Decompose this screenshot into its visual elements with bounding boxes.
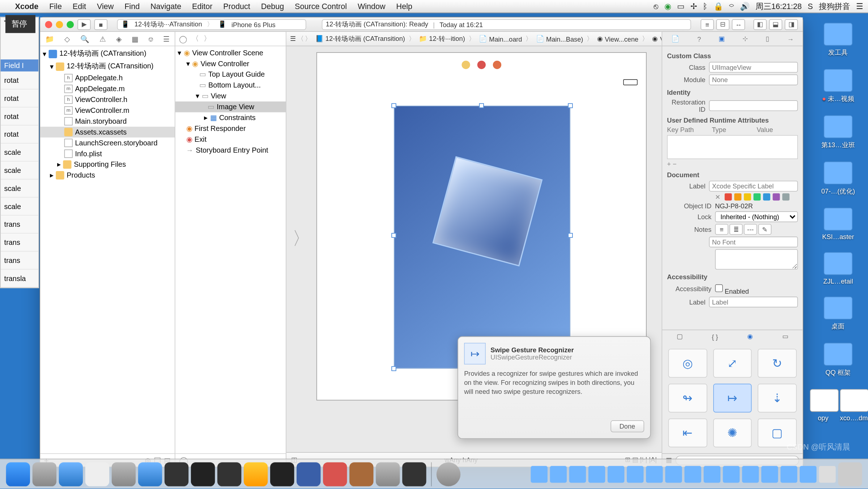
sketch-icon[interactable] [244, 462, 268, 486]
notes-tool[interactable]: --- [744, 224, 757, 235]
accessibility-checkbox[interactable] [715, 283, 723, 294]
file-item[interactable]: ViewController.h [40, 94, 175, 105]
table-row[interactable]: scale [1, 144, 39, 162]
related-icon[interactable]: ☰ [290, 35, 296, 43]
settings-icon[interactable] [165, 462, 188, 486]
attributes-inspector-icon[interactable]: ⊹ [743, 35, 748, 43]
restoration-id-input[interactable] [709, 100, 798, 111]
desktop-folder[interactable]: QQ 框架 [820, 343, 856, 377]
dock-tile[interactable] [723, 465, 740, 482]
menu-view[interactable]: View [92, 2, 119, 11]
done-button[interactable]: Done [610, 420, 644, 432]
toggle-debug-button[interactable]: ⬓ [769, 19, 782, 30]
outline-tree[interactable]: ▾◉View Controller Scene ▾◉View Controlle… [175, 46, 286, 453]
table-row[interactable]: rotat [1, 72, 39, 90]
group-folder[interactable]: ▾12-转场动画 (CATransition) [40, 60, 175, 73]
code-snippet-icon[interactable]: { } [712, 333, 718, 340]
fwd-icon[interactable]: 〉 [204, 34, 211, 44]
desktop-file[interactable]: opy [810, 389, 836, 422]
menu-edit[interactable]: Edit [67, 2, 92, 11]
pause-button[interactable]: 暂停 [5, 15, 35, 33]
library-tabs[interactable]: ▢ { } ◉ ▭ [662, 329, 803, 343]
scene-row[interactable]: ▾◉View Controller Scene [175, 47, 286, 58]
uiimageview-element[interactable] [394, 106, 570, 369]
menu-navigate[interactable]: Navigate [145, 2, 187, 11]
file-template-icon[interactable]: ▢ [677, 333, 683, 341]
constraints-row[interactable]: ▸▦Constraints [175, 112, 286, 123]
dock-tile[interactable] [646, 465, 663, 482]
menu-find[interactable]: Find [119, 2, 145, 11]
traffic-lights[interactable] [45, 21, 74, 28]
dock-tile[interactable] [800, 465, 816, 482]
desktop-folder[interactable]: 第13…业班 [820, 115, 856, 150]
menu-debug[interactable]: Debug [256, 2, 289, 11]
scheme-selector[interactable]: 📱 12-转场动···ATransition 〉 📱 iPhone 6s Plu… [117, 19, 306, 30]
swipe-gesture-icon[interactable]: ↦ [713, 384, 752, 413]
acc-label-input[interactable] [709, 297, 798, 307]
desktop-folder[interactable]: KSI…aster [820, 208, 856, 240]
table-row[interactable]: scale [1, 179, 39, 197]
desktop-folder[interactable]: 发工具 [820, 23, 856, 57]
menu-editor[interactable]: Editor [187, 2, 218, 11]
object-library-grid[interactable]: ◎ ⤢ ↻ ↬ ↦ ⇣ ⇤ ✺ ▢ [662, 343, 803, 453]
entry-row[interactable]: →Storyboard Entry Point [175, 145, 286, 156]
doc-label-input[interactable] [709, 181, 798, 192]
imageview-row[interactable]: ▭Image View [175, 102, 286, 112]
finder-icon[interactable] [6, 462, 30, 486]
layout-guide-row[interactable]: ▭Top Layout Guide [175, 69, 286, 80]
toggle-inspector-button[interactable]: ◨ [785, 19, 798, 30]
menu-product[interactable]: Product [218, 2, 255, 11]
mouse-icon[interactable] [85, 462, 109, 486]
xcode-icon[interactable] [138, 462, 162, 486]
table-row[interactable]: transla [1, 269, 39, 288]
view-row[interactable]: ▾▭View [175, 91, 286, 102]
color-swatches[interactable]: ✕ [715, 194, 790, 201]
notes-tool[interactable]: ≣ [729, 224, 743, 235]
app-icon[interactable] [376, 462, 400, 486]
editor-version-button[interactable]: ↔ [732, 19, 745, 30]
layout-guide-row[interactable]: ▭Bottom Layout... [175, 80, 286, 91]
desktop-file[interactable]: xco….dmg [840, 389, 866, 422]
dock-tile[interactable] [742, 465, 759, 482]
first-responder-icon[interactable] [477, 61, 486, 69]
table-row[interactable]: scale [1, 162, 39, 180]
lock-select[interactable]: Inherited - (Nothing) [715, 211, 798, 222]
app-menu[interactable]: Xcode [10, 2, 44, 11]
ime-icon[interactable]: S [808, 2, 813, 11]
pan-gesture-icon[interactable]: ↬ [668, 384, 707, 413]
vc-icon[interactable] [462, 61, 470, 69]
dock-tile[interactable] [627, 465, 643, 482]
jump-crumb[interactable]: ◉ View...cene [595, 35, 641, 43]
file-item[interactable]: AppDelegate.h [40, 73, 175, 84]
dock-tile[interactable] [531, 465, 547, 482]
app-icon[interactable] [323, 462, 347, 486]
status-icon[interactable]: ⎋ [654, 2, 658, 11]
report-nav-icon[interactable]: ☰ [163, 34, 170, 43]
app-icon[interactable] [270, 462, 294, 486]
canvas-area[interactable]: 〉 ↦ Swipe Gesture Recognizer [286, 46, 662, 452]
status-icon[interactable]: ▭ [677, 2, 684, 11]
connections-inspector-icon[interactable]: → [787, 35, 793, 42]
size-inspector-icon[interactable]: ▯ [766, 35, 769, 43]
dock-tile[interactable] [569, 465, 586, 482]
desktop-folder[interactable]: 桌面 [820, 297, 856, 331]
dock-tile[interactable] [780, 465, 797, 482]
table-row[interactable]: rotat [1, 107, 39, 126]
dock-tile[interactable] [550, 465, 567, 482]
app-icon[interactable] [349, 462, 373, 486]
file-item[interactable]: ViewController.m [40, 105, 175, 116]
rotation-gesture-icon[interactable]: ↻ [758, 349, 796, 378]
symbol-nav-icon[interactable]: ◇ [64, 34, 70, 43]
navigator-tabs[interactable]: 📁 ◇ 🔍 ⚠ ◈ ▦ ⎊ ☰ [40, 32, 175, 46]
status-icon[interactable]: ◉ [664, 2, 671, 11]
notes-tool[interactable]: ✎ [758, 224, 772, 235]
desktop-folder[interactable]: ● 未…视频 [820, 69, 856, 103]
project-nav-icon[interactable]: 📁 [45, 34, 54, 43]
table-row[interactable]: trans [1, 216, 39, 234]
jump-bar[interactable]: ☰ 〈〉 📘 12-转场动画 (CATransition)〉 📁 12-转···… [286, 32, 662, 46]
issue-nav-icon[interactable]: ⚠ [99, 34, 106, 43]
pinch-gesture-icon[interactable]: ⤢ [713, 349, 752, 378]
table-row[interactable]: rotat [1, 126, 39, 144]
project-root[interactable]: ▾12-转场动画 (CATransition) [40, 47, 175, 60]
remove-attr-button[interactable]: − [673, 160, 677, 167]
